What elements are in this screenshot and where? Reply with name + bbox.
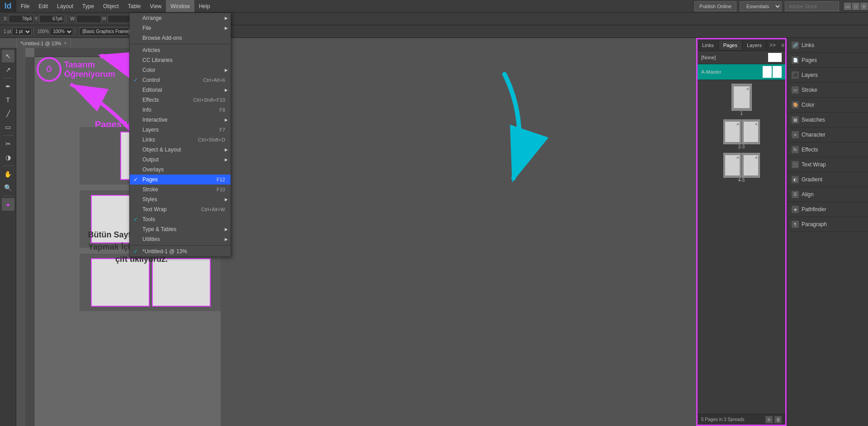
menu-item-type-tables[interactable]: Type & Tables <box>130 224 231 234</box>
panel-item-pages[interactable]: 📄 Pages <box>787 53 868 68</box>
effects-shortcut: Ctrl+Shift+F10 <box>193 97 225 103</box>
menu-item-effects[interactable]: Effects Ctrl+Shift+F10 <box>130 95 231 105</box>
logo-area: Ö TasarımÖğreniyorum <box>37 57 115 82</box>
menu-item-interactive[interactable]: Interactive <box>130 115 231 125</box>
master-page-right <box>773 66 782 78</box>
panel-item-pathfinder[interactable]: ◈ Pathfinder <box>787 202 868 217</box>
fill-color-btn[interactable]: ■ <box>2 198 14 211</box>
menu-item-text-wrap[interactable]: Text Wrap Ctrl+Alt+W <box>130 204 231 214</box>
menu-item-layers[interactable]: Layers F7 <box>130 125 231 135</box>
w-input[interactable] <box>76 15 101 23</box>
panel-item-swatches[interactable]: ▦ Swatches <box>787 113 868 128</box>
doc-tab-close[interactable]: × <box>64 41 67 46</box>
adobe-stock-search[interactable] <box>785 1 839 11</box>
panel-menu-btn[interactable]: ≡ <box>778 42 787 48</box>
master-rect-group <box>763 66 782 78</box>
master-row[interactable]: A-Master <box>698 64 785 80</box>
menu-item-stroke[interactable]: Stroke F10 <box>130 185 231 194</box>
page-thumb-4: A <box>723 153 741 178</box>
menu-item-color[interactable]: Color <box>130 65 231 75</box>
menu-item-pages[interactable]: ✓ Pages F12 <box>130 175 231 185</box>
gradient-tool[interactable]: ◑ <box>2 151 14 164</box>
page-entry-2-3[interactable]: A A 2-3 <box>701 119 782 149</box>
menu-item-control[interactable]: ✓ Control Ctrl+Alt+6 <box>130 75 231 85</box>
pages-check: ✓ <box>133 176 138 183</box>
trash-pages-btn[interactable]: 🗑 <box>774 416 782 423</box>
hand-tool[interactable]: ✋ <box>2 168 14 180</box>
panel-item-effects[interactable]: fx Effects <box>787 142 868 157</box>
rectangle-tool[interactable]: ▭ <box>2 121 14 133</box>
selection-tool[interactable]: ↖ <box>2 50 14 62</box>
pen-tool[interactable]: ✒ <box>2 80 14 93</box>
menu-item-tools[interactable]: ✓ Tools <box>130 214 231 224</box>
y-input[interactable] <box>39 15 64 23</box>
panel-item-align[interactable]: ☰ Align <box>787 187 868 202</box>
document-tab[interactable]: *Untitled-1 @ 13% × <box>16 38 71 48</box>
panel-item-textwrap[interactable]: ⬚ Text Wrap <box>787 157 868 172</box>
menu-item-output[interactable]: Output <box>130 155 231 165</box>
menu-item-overlays[interactable]: Overlays <box>130 165 231 175</box>
menu-edit[interactable]: Edit <box>34 0 52 12</box>
none-row[interactable]: [None] <box>698 51 785 64</box>
zoom-select[interactable]: 100% <box>50 28 73 36</box>
stroke-weight-select[interactable]: 1 pt <box>12 28 32 36</box>
page-entry-4-5[interactable]: A A 4-5 <box>701 153 782 183</box>
x-input[interactable] <box>9 15 33 23</box>
tab-links[interactable]: Links <box>698 41 719 50</box>
menu-file[interactable]: File <box>16 0 34 12</box>
panel-label-pages: Pages <box>802 57 817 63</box>
new-master-btn[interactable]: ⊕ <box>765 416 773 423</box>
menu-item-links[interactable]: Links Ctrl+Shift+D <box>130 135 231 145</box>
menu-item-object-layout[interactable]: Object & Layout <box>130 145 231 155</box>
menu-item-doc[interactable]: ✓ *Untitled-1 @ 13% <box>130 246 231 256</box>
publish-online-button[interactable]: Publish Online <box>694 1 736 11</box>
panel-item-stroke[interactable]: ▭ Stroke <box>787 83 868 98</box>
panel-item-gradient[interactable]: ◐ Gradient <box>787 172 868 187</box>
workspace-dropdown[interactable]: Essentials <box>740 1 782 11</box>
line-tool[interactable]: ╱ <box>2 107 14 120</box>
type-tool[interactable]: T <box>2 94 14 106</box>
direct-selection-tool[interactable]: ↗ <box>2 63 14 76</box>
menu-item-utilities[interactable]: Utilities <box>130 234 231 244</box>
menu-window[interactable]: Window <box>166 0 194 12</box>
menu-item-cc-libraries[interactable]: CC Libraries <box>130 55 231 65</box>
pages-footer-icons: ⊕ 🗑 <box>765 416 782 423</box>
window-dropdown-menu: Arrange File Browse Add-ons Articles CC … <box>129 13 231 257</box>
w-label: W: <box>70 16 75 21</box>
menu-item-styles[interactable]: Styles <box>130 194 231 204</box>
panel-item-color[interactable]: 🎨 Color <box>787 98 868 113</box>
interactive-label: Interactive <box>142 117 167 123</box>
page-entry-1[interactable]: A 1 <box>701 84 782 116</box>
tab-layers[interactable]: Layers <box>742 41 767 50</box>
minimize-button[interactable]: — <box>844 3 851 10</box>
menu-help[interactable]: Help <box>194 0 215 12</box>
panel-label-pathfinder: Pathfinder <box>802 206 826 213</box>
scissors-tool[interactable]: ✂ <box>2 137 14 150</box>
panel-item-paragraph[interactable]: ¶ Paragraph <box>787 217 868 232</box>
tab-pages[interactable]: Pages <box>719 41 742 50</box>
panel-item-layers[interactable]: ⬛ Layers <box>787 68 868 83</box>
app-logo: Id <box>0 0 16 13</box>
page-thumb-2: A <box>723 119 741 144</box>
menu-item-arrange[interactable]: Arrange <box>130 13 231 23</box>
menu-item-editorial[interactable]: Editorial <box>130 85 231 95</box>
menu-type[interactable]: Type <box>78 0 99 12</box>
menu-view[interactable]: View <box>145 0 166 12</box>
panel-item-character[interactable]: A Character <box>787 128 868 142</box>
menu-item-browse-addons[interactable]: Browse Add-ons <box>130 33 231 43</box>
panel-item-links[interactable]: 🔗 Links <box>787 38 868 53</box>
zoom-tool[interactable]: 🔍 <box>2 181 14 194</box>
logo-text: TasarımÖğreniyorum <box>64 60 115 79</box>
menu-item-info[interactable]: Info F8 <box>130 105 231 115</box>
panel-label-swatches: Swatches <box>802 117 825 123</box>
menu-table[interactable]: Table <box>123 0 146 12</box>
panel-expand-btn[interactable]: >> <box>767 42 778 48</box>
close-button[interactable]: × <box>860 3 868 10</box>
menu-item-workspace[interactable]: File <box>130 23 231 33</box>
menu-layout[interactable]: Layout <box>52 0 78 12</box>
menu-object[interactable]: Object <box>99 0 123 12</box>
doc-check: ✓ <box>133 248 138 255</box>
maximize-button[interactable]: □ <box>852 3 859 10</box>
menu-item-articles[interactable]: Articles <box>130 45 231 55</box>
tool-divider-3 <box>3 166 14 166</box>
